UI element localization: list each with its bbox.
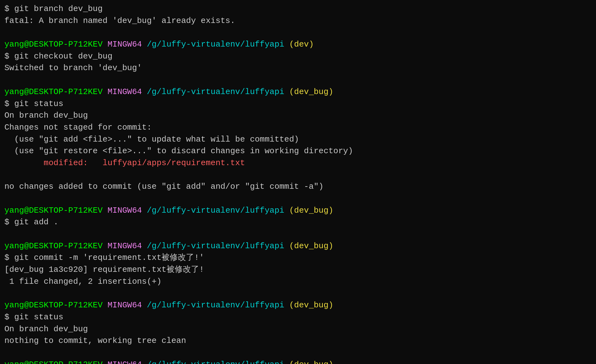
prompt-shell: MINGW64 xyxy=(108,300,142,310)
prompt-user: yang@DESKTOP-P712KEV xyxy=(4,40,103,49)
prompt-path: /g/luffy-virtualenv/luffyapi xyxy=(147,241,284,251)
prompt-shell: MINGW64 xyxy=(108,87,142,97)
prompt-user: yang@DESKTOP-P712KEV xyxy=(4,241,103,251)
terminal-line: Changes not staged for commit: xyxy=(4,122,592,134)
terminal-blank xyxy=(4,228,592,240)
prompt-branch: (dev_bug) xyxy=(289,206,333,215)
prompt-user: yang@DESKTOP-P712KEV xyxy=(4,87,103,97)
prompt-shell: MINGW64 xyxy=(108,40,142,49)
prompt-shell: MINGW64 xyxy=(108,241,142,251)
terminal-prompt: yang@DESKTOP-P712KEV MINGW64 /g/luffy-vi… xyxy=(4,300,592,311)
prompt-path: /g/luffy-virtualenv/luffyapi xyxy=(147,40,284,49)
prompt-branch: (dev_bug) xyxy=(289,360,333,364)
terminal-line: $ git status xyxy=(4,98,592,110)
terminal-line: On branch dev_bug xyxy=(4,110,592,122)
terminal-prompt: yang@DESKTOP-P712KEV MINGW64 /g/luffy-vi… xyxy=(4,39,592,51)
prompt-shell: MINGW64 xyxy=(108,206,142,215)
terminal-line: $ git add . xyxy=(4,216,592,228)
terminal-prompt: yang@DESKTOP-P712KEV MINGW64 /g/luffy-vi… xyxy=(4,359,592,364)
terminal-line: 1 file changed, 2 insertions(+) xyxy=(4,276,592,288)
prompt-shell: MINGW64 xyxy=(108,360,142,364)
prompt-path: /g/luffy-virtualenv/luffyapi xyxy=(147,360,284,364)
terminal-line: $ git commit -m 'requirement.txt被修改了!' xyxy=(4,252,592,264)
prompt-path: /g/luffy-virtualenv/luffyapi xyxy=(147,300,284,310)
terminal-line: $ git branch dev_bug xyxy=(4,3,592,15)
terminal-blank xyxy=(4,193,592,205)
terminal-line: $ git status xyxy=(4,311,592,323)
terminal-blank xyxy=(4,288,592,300)
terminal-line: (use "git restore <file>..." to discard … xyxy=(4,145,592,157)
prompt-branch: (dev_bug) xyxy=(289,241,333,251)
prompt-branch: (dev) xyxy=(289,40,314,49)
terminal-line: On branch dev_bug xyxy=(4,323,592,335)
prompt-user: yang@DESKTOP-P712KEV xyxy=(4,300,103,310)
terminal-blank xyxy=(4,347,592,359)
terminal-line: fatal: A branch named 'dev_bug' already … xyxy=(4,15,592,27)
terminal-line: [dev_bug 1a3c920] requirement.txt被修改了! xyxy=(4,264,592,276)
terminal-line: $ git checkout dev_bug xyxy=(4,51,592,63)
prompt-path: /g/luffy-virtualenv/luffyapi xyxy=(147,87,284,97)
terminal-blank xyxy=(4,74,592,86)
terminal-line: Switched to branch 'dev_bug' xyxy=(4,62,592,74)
terminal-blank xyxy=(4,27,592,39)
terminal: $ git branch dev_bug fatal: A branch nam… xyxy=(4,3,592,364)
terminal-line: nothing to commit, working tree clean xyxy=(4,335,592,347)
terminal-prompt: yang@DESKTOP-P712KEV MINGW64 /g/luffy-vi… xyxy=(4,86,592,98)
terminal-line: (use "git add <file>..." to update what … xyxy=(4,134,592,146)
prompt-user: yang@DESKTOP-P712KEV xyxy=(4,206,103,215)
terminal-blank xyxy=(4,169,592,181)
terminal-prompt: yang@DESKTOP-P712KEV MINGW64 /g/luffy-vi… xyxy=(4,205,592,217)
terminal-modified-line: modified: luffyapi/apps/requirement.txt xyxy=(4,157,592,169)
terminal-line: no changes added to commit (use "git add… xyxy=(4,181,592,193)
modified-label: modified: luffyapi/apps/requirement.txt xyxy=(4,158,245,168)
prompt-path: /g/luffy-virtualenv/luffyapi xyxy=(147,206,284,215)
prompt-user: yang@DESKTOP-P712KEV xyxy=(4,360,103,364)
prompt-branch: (dev_bug) xyxy=(289,87,333,97)
terminal-prompt: yang@DESKTOP-P712KEV MINGW64 /g/luffy-vi… xyxy=(4,240,592,252)
prompt-branch: (dev_bug) xyxy=(289,300,333,310)
